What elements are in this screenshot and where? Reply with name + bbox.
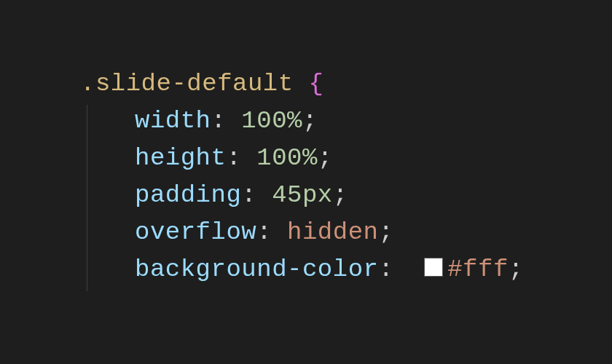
colon: : bbox=[211, 107, 227, 135]
semicolon: ; bbox=[302, 107, 318, 135]
colon: : bbox=[241, 181, 256, 209]
colon: : bbox=[256, 218, 272, 246]
css-property: background-color bbox=[135, 256, 378, 283]
css-property: height bbox=[135, 144, 226, 172]
indent-guide bbox=[87, 105, 87, 291]
colon: : bbox=[378, 256, 393, 283]
semicolon: ; bbox=[378, 218, 393, 246]
open-brace: { bbox=[294, 70, 324, 98]
css-value: 45px bbox=[272, 181, 333, 209]
colon: : bbox=[226, 144, 241, 172]
css-value: 100% bbox=[256, 144, 318, 172]
code-line: padding: 45px; bbox=[80, 177, 612, 214]
color-swatch-icon[interactable] bbox=[424, 258, 443, 277]
css-property: padding bbox=[135, 181, 241, 209]
css-property: overflow bbox=[135, 218, 256, 246]
css-value: hidden bbox=[287, 218, 378, 246]
semicolon: ; bbox=[509, 256, 524, 283]
code-line: height: 100%; bbox=[80, 140, 612, 177]
code-line-selector: .slide-default { bbox=[80, 66, 612, 103]
css-value: #fff bbox=[447, 256, 509, 283]
semicolon: ; bbox=[318, 144, 333, 172]
code-line: background-color: #fff; bbox=[80, 251, 612, 288]
css-selector: .slide-default bbox=[80, 70, 294, 98]
semicolon: ; bbox=[333, 181, 348, 209]
css-value: 100% bbox=[241, 107, 302, 135]
css-code-block[interactable]: .slide-default { width: 100%; height: 10… bbox=[80, 66, 612, 288]
css-property: width bbox=[135, 107, 211, 135]
code-line: width: 100%; bbox=[80, 103, 612, 140]
code-line: overflow: hidden; bbox=[80, 214, 612, 251]
